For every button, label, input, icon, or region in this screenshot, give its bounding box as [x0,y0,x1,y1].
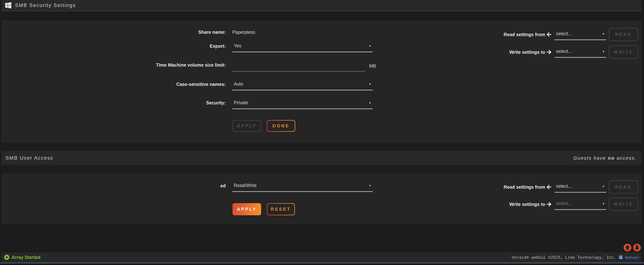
user-ed-access-value: Read/Write [234,181,257,191]
array-status: Array Started [4,254,40,260]
caret-down-icon: ▼ [602,47,605,57]
tm-limit-input[interactable] [232,61,366,72]
write-target-select-value: select... [556,47,572,57]
book-icon [618,255,623,259]
read-source-select-top[interactable]: select... ▼ [554,30,606,40]
page-titlebar: SMB Security Settings [2,0,642,11]
caret-down-icon: ▼ [602,182,605,192]
scroll-controls [624,243,641,251]
windows-icon [5,2,11,9]
bottom-strip [0,263,644,265]
caret-down-icon: ▼ [602,30,605,40]
arrow-circle-down-icon [633,249,641,252]
caret-down-icon: ▼ [368,80,371,90]
arrow-left-icon [546,32,552,37]
caret-down-icon: ▼ [602,199,605,209]
write-button-top[interactable]: WRITE [609,46,638,59]
done-button[interactable]: DONE [267,120,295,132]
case-sensitive-label: Case-sensitive names: [2,82,226,87]
page: SMB Security Settings Share name: Paperp… [0,0,644,265]
arrow-left-icon [546,184,552,190]
user-ed-label: ed [2,183,226,188]
guests-note: Guests havenoaccess. [573,151,637,165]
manual-link[interactable]: manual [625,255,640,260]
security-select[interactable]: Private ▼ [232,99,373,109]
user-ed-access-select[interactable]: Read/Write ▼ [232,181,373,192]
case-sensitive-select-value: Auto [234,80,243,90]
export-select[interactable]: Yes ▼ [232,42,373,52]
guests-note-suffix: access. [617,155,637,161]
security-label: Security: [2,100,226,106]
write-target-select-value: select... [556,199,572,209]
tm-limit-unit: MB [369,63,376,69]
write-settings-label-bottom: Write settings to [472,201,545,207]
guests-note-bold: no [608,155,615,161]
copyright-text: Unraid® webGui ©2025, Lime Technology, I… [512,255,616,260]
read-button-bottom[interactable]: READ [609,180,638,194]
footer-right: Unraid® webGui ©2025, Lime Technology, I… [512,255,640,260]
reset-button-label: RESET [267,204,294,215]
write-settings-label-top: Write settings to [472,49,545,55]
read-source-select-value: select... [556,182,572,192]
read-settings-label-bottom: Read settings from [472,184,545,190]
play-circle-icon [4,254,10,260]
security-select-value: Private [234,99,248,108]
caret-down-icon: ▼ [368,99,371,108]
write-target-select-top[interactable]: select... ▼ [554,47,606,58]
caret-down-icon: ▼ [368,181,371,191]
read-source-select-value: select... [556,30,572,40]
share-name-label: Share name: [2,29,226,35]
read-button-top[interactable]: READ [609,28,638,41]
reset-button[interactable]: RESET [267,203,295,215]
write-button-bottom[interactable]: WRITE [609,198,638,211]
user-access-panel: ed Read/Write ▼ APPLY RESET Read setting… [2,173,642,224]
footer-bar: Array Started Unraid® webGui ©2025, Lime… [2,252,642,262]
arrow-right-icon [546,202,552,207]
export-label: Export: [2,43,226,49]
case-sensitive-select[interactable]: Auto ▼ [232,80,373,90]
array-status-text: Array Started [11,255,40,260]
caret-down-icon: ▼ [368,42,371,52]
smb-security-panel: Share name: Paperpless Export: Yes ▼ Tim… [2,21,642,143]
bottom-divider [0,262,644,263]
write-target-select-bottom[interactable]: select... ▼ [554,199,606,210]
done-button-label: DONE [267,121,295,131]
read-source-select-bottom[interactable]: select... ▼ [554,182,606,192]
export-select-value: Yes [234,42,241,52]
share-name-value: Paperpless [232,29,255,35]
page-title: SMB Security Settings [15,3,76,8]
tm-limit-label: Time Machine volume size limit: [2,62,226,68]
arrow-circle-up-icon [624,249,632,252]
scroll-top-button[interactable] [624,243,632,251]
arrow-right-icon [546,50,552,55]
user-access-titlebar: SMB User Access Guests havenoaccess. [2,151,642,165]
read-settings-label-top: Read settings from [472,32,545,37]
scroll-bottom-button[interactable] [633,243,641,251]
guests-note-prefix: Guests have [573,155,606,161]
apply-button[interactable]: APPLY [232,203,261,215]
user-access-title: SMB User Access [6,151,53,165]
apply-button-disabled[interactable]: APPLY [232,120,261,132]
